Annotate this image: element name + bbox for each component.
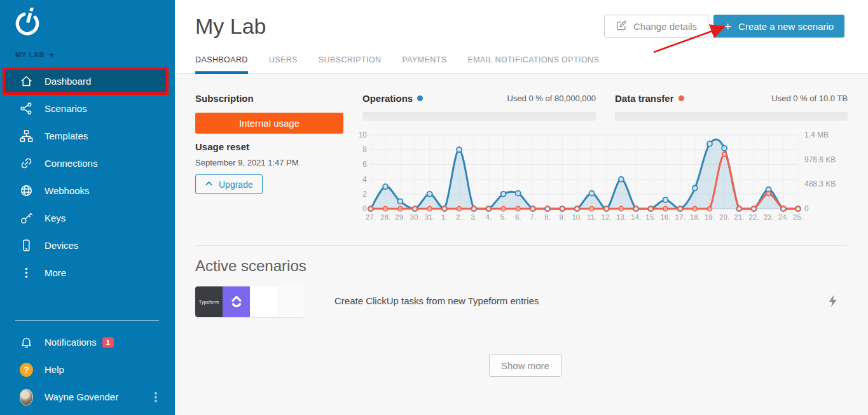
section-divider: [195, 245, 848, 246]
svg-text:12.: 12.: [602, 213, 612, 221]
sidebar-item-scenarios[interactable]: Scenarios: [0, 95, 175, 122]
user-menu-dots-icon[interactable]: [155, 391, 157, 404]
edit-icon: [616, 20, 627, 33]
upgrade-button[interactable]: Upgrade: [195, 174, 263, 194]
sidebar-item-label: Templates: [45, 130, 88, 141]
plan-button[interactable]: Internal usage: [195, 113, 343, 134]
svg-text:23.: 23.: [764, 213, 774, 221]
svg-text:6.: 6.: [515, 213, 521, 221]
tab-bar: DASHBOARDUSERSSUBSCRIPTIONPAYMENTSEMAIL …: [195, 55, 599, 74]
data-transfer-used-text: Used 0 % of 10.0 TB: [771, 94, 848, 103]
svg-text:5.: 5.: [500, 213, 507, 221]
svg-text:25.: 25.: [793, 213, 803, 221]
data-transfer-label: Data transfer: [615, 93, 674, 104]
svg-text:6: 6: [362, 160, 367, 169]
sidebar-item-user[interactable]: Wayne Govender: [0, 383, 175, 411]
create-scenario-label: Create a new scenario: [738, 21, 834, 32]
svg-text:30.: 30.: [410, 213, 420, 221]
user-name: Wayne Govender: [45, 391, 118, 402]
notifications-label: Notifications: [45, 337, 97, 348]
svg-text:22.: 22.: [748, 213, 759, 221]
svg-text:27.: 27.: [366, 213, 376, 221]
team-switcher[interactable]: MY LAB ▼: [15, 51, 55, 59]
data-transfer-dot-icon: [679, 95, 684, 101]
globe-icon: [20, 184, 33, 197]
main-area: My Lab DASHBOARDUSERSSUBSCRIPTIONPAYMENT…: [175, 0, 868, 415]
sidebar-item-label: Webhooks: [45, 185, 90, 196]
svg-text:10: 10: [359, 130, 368, 139]
sidebar-item-label: Connections: [45, 158, 97, 169]
usage-reset-heading: Usage reset: [195, 141, 249, 152]
show-more-button[interactable]: Show more: [489, 354, 561, 377]
help-label: Help: [45, 364, 64, 375]
operations-label: Operations: [362, 93, 413, 104]
svg-text:1.: 1.: [441, 213, 448, 221]
svg-text:8: 8: [362, 145, 367, 154]
empty-app-slot: [277, 286, 305, 317]
key-icon: [20, 211, 33, 225]
tab-subscription[interactable]: SUBSCRIPTION: [319, 55, 382, 74]
dots-icon: [20, 266, 33, 279]
sidebar-item-more[interactable]: More: [0, 259, 175, 286]
avatar: [20, 390, 33, 404]
tab-email-notifications-options[interactable]: EMAIL NOTIFICATIONS OPTIONS: [468, 55, 600, 74]
svg-text:20.: 20.: [719, 213, 729, 221]
change-details-label: Change details: [633, 21, 697, 32]
operations-used-text: Used 0 % of 80,000,000: [507, 94, 596, 103]
chevron-up-icon: [205, 179, 213, 190]
scenario-app-strip: Typeform: [195, 286, 305, 317]
usage-chart: 02468100488.3 KB976.6 KB1.4 MB27.28.29.3…: [356, 126, 852, 229]
operations-progress-bar: [362, 112, 596, 121]
chevron-down-icon: ▼: [48, 52, 55, 59]
svg-text:488.3 KB: 488.3 KB: [804, 179, 836, 188]
svg-text:8.: 8.: [544, 213, 551, 221]
link-icon: [20, 157, 33, 170]
sidebar-item-label: Dashboard: [45, 76, 91, 87]
svg-text:0: 0: [804, 204, 809, 213]
svg-text:29.: 29.: [395, 213, 405, 221]
create-scenario-button[interactable]: + Create a new scenario: [713, 15, 844, 38]
sidebar-item-connections[interactable]: Connections: [0, 150, 175, 177]
svg-text:4: 4: [362, 175, 367, 184]
svg-text:10.: 10.: [572, 213, 582, 221]
svg-text:1.4 MB: 1.4 MB: [804, 130, 829, 139]
sidebar-item-webhooks[interactable]: Webhooks: [0, 177, 175, 204]
sidebar-item-dashboard[interactable]: Dashboard: [3, 67, 169, 95]
change-details-button[interactable]: Change details: [604, 15, 708, 38]
sidebar-item-notifications[interactable]: Notifications 1: [0, 328, 175, 356]
instant-trigger-bolt-icon[interactable]: [827, 293, 839, 311]
svg-text:4.: 4.: [486, 213, 492, 221]
tab-users[interactable]: USERS: [269, 55, 298, 74]
sidebar-divider: [15, 320, 159, 321]
home-icon: [20, 74, 33, 88]
notifications-count-badge: 1: [102, 337, 114, 348]
svg-text:28.: 28.: [380, 213, 390, 221]
operations-dot-icon: [417, 95, 423, 101]
svg-text:976.6 KB: 976.6 KB: [804, 155, 836, 164]
svg-text:7.: 7.: [530, 213, 536, 221]
data-transfer-usage: Data transfer Used 0 % of 10.0 TB: [615, 93, 848, 121]
tab-payments[interactable]: PAYMENTS: [402, 55, 446, 74]
sidebar-item-label: Scenarios: [45, 103, 87, 114]
svg-text:19.: 19.: [705, 213, 715, 221]
usage-reset-date: September 9, 2021 1:47 PM: [195, 158, 299, 167]
sidebar-item-label: More: [45, 267, 66, 278]
sidebar-item-templates[interactable]: Templates: [0, 122, 175, 150]
operations-usage: Operations Used 0 % of 80,000,000: [362, 93, 596, 121]
svg-text:13.: 13.: [616, 213, 626, 221]
svg-text:17.: 17.: [675, 213, 685, 221]
sidebar-item-help[interactable]: ? Help: [0, 356, 175, 383]
svg-text:18.: 18.: [690, 213, 700, 221]
sidebar-item-keys[interactable]: Keys: [0, 204, 175, 232]
sidebar-item-label: Devices: [45, 240, 78, 251]
sidebar-nav: Dashboard Scenarios Templates Connection…: [0, 67, 175, 286]
sidebar-item-label: Keys: [45, 213, 65, 223]
sidebar-footer: Notifications 1 ? Help Wayne Govender: [0, 328, 175, 411]
tab-dashboard[interactable]: DASHBOARD: [195, 55, 248, 74]
sidebar-item-devices[interactable]: Devices: [0, 232, 175, 259]
svg-text:0: 0: [362, 204, 367, 213]
svg-text:3.: 3.: [471, 213, 477, 221]
page-title: My Lab: [195, 14, 266, 39]
integromat-logo-icon[interactable]: [13, 8, 42, 37]
scenario-row[interactable]: Typeform Create ClickUp tasks from new T…: [195, 286, 848, 317]
